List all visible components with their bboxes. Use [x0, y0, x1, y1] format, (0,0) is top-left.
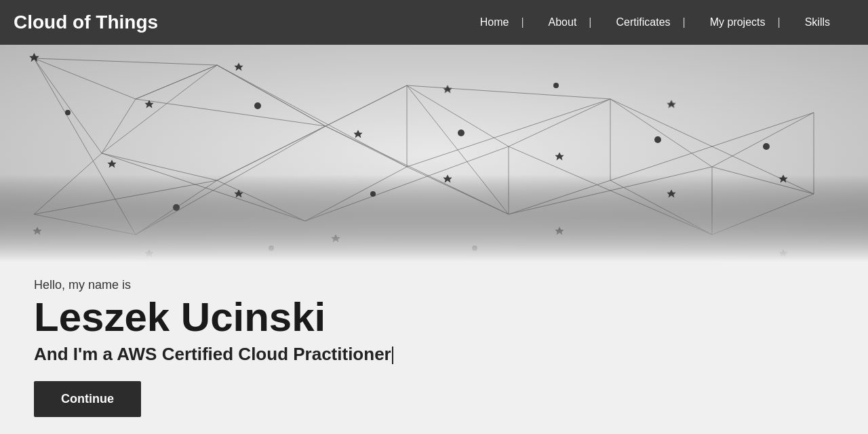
- nav-link-home[interactable]: Home: [468, 11, 536, 34]
- role-text: And I'm a AWS Certified Cloud Practition…: [34, 344, 834, 365]
- brand-title[interactable]: Cloud of Things: [14, 12, 468, 33]
- navbar: Cloud of Things Home About Certificates …: [0, 0, 868, 45]
- hero-image: [0, 45, 868, 262]
- nav-link-certificates[interactable]: Certificates: [604, 11, 698, 34]
- nav-link-about[interactable]: About: [536, 11, 604, 34]
- nav-item-skills[interactable]: Skills: [793, 11, 854, 34]
- hello-text: Hello, my name is: [34, 278, 834, 292]
- nav-item-projects[interactable]: My projects: [698, 11, 793, 34]
- nav-menu: Home About Certificates My projects Skil…: [468, 11, 854, 34]
- network-svg: [0, 45, 868, 262]
- nav-link-projects[interactable]: My projects: [698, 11, 793, 34]
- cursor-blink: [392, 347, 393, 364]
- continue-button[interactable]: Continue: [34, 381, 141, 417]
- name-heading: Leszek Ucinski: [34, 295, 834, 340]
- nav-item-about[interactable]: About: [536, 11, 604, 34]
- role-label: And I'm a AWS Certified Cloud Practition…: [34, 344, 391, 364]
- hero-content: Hello, my name is Leszek Ucinski And I'm…: [0, 262, 868, 434]
- nav-item-home[interactable]: Home: [468, 11, 536, 34]
- nav-link-skills[interactable]: Skills: [793, 11, 854, 34]
- svg-rect-79: [0, 45, 868, 262]
- nav-item-certificates[interactable]: Certificates: [604, 11, 698, 34]
